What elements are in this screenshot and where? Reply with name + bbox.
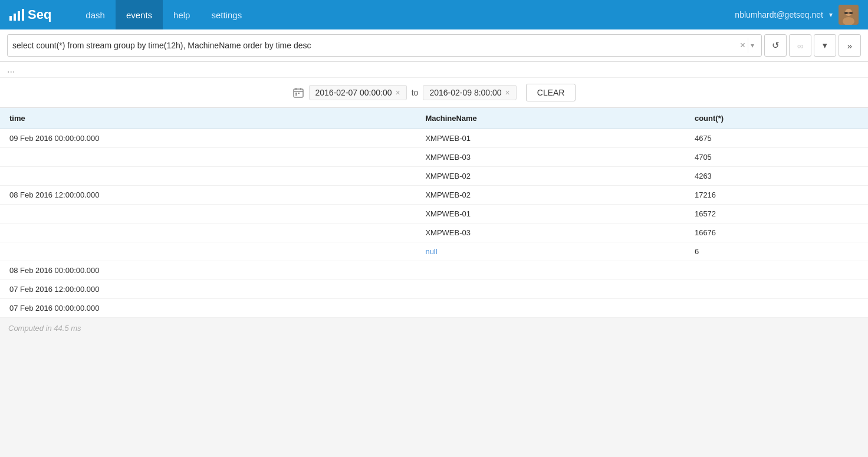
ellipsis-text: ...	[7, 64, 15, 74]
user-dropdown-icon[interactable]: ▾	[829, 11, 833, 19]
cell-count: 4263	[685, 167, 868, 186]
options-icon: ▾	[823, 40, 827, 51]
null-value: null	[425, 247, 437, 256]
cell-machinename: null	[416, 242, 685, 261]
svg-rect-4	[849, 12, 853, 14]
svg-rect-12	[295, 94, 297, 96]
refresh-button[interactable]: ↺	[764, 34, 787, 57]
date-to-pill[interactable]: 2016-02-09 8:00:00 ×	[423, 85, 516, 100]
footer-info: Computed in 44.5 ms	[0, 318, 868, 338]
date-from-clear-icon: ×	[396, 88, 400, 97]
search-dropdown-button[interactable]: ▾	[748, 38, 757, 53]
cell-time	[0, 205, 416, 223]
forward-icon: »	[847, 41, 852, 51]
search-bar: × ▾ ↺ ∞ ▾ »	[0, 29, 868, 62]
cell-machinename: XMPWEB-02	[416, 167, 685, 186]
cell-machinename: XMPWEB-01	[416, 205, 685, 223]
table-body: 09 Feb 2016 00:00:00.000XMPWEB-014675XMP…	[0, 129, 868, 318]
cell-time	[0, 167, 416, 186]
table-row: 08 Feb 2016 12:00:00.000XMPWEB-0217216	[0, 186, 868, 205]
date-to-value: 2016-02-09 8:00:00	[429, 88, 501, 97]
cell-machinename: XMPWEB-03	[416, 148, 685, 167]
nav-items: dash events help settings	[75, 0, 735, 29]
results-table: time MachineName count(*) 09 Feb 2016 00…	[0, 108, 868, 318]
table-row: XMPWEB-0316676	[0, 223, 868, 242]
col-header-count: count(*)	[685, 108, 868, 129]
cell-time: 07 Feb 2016 00:00:00.000	[0, 299, 416, 318]
date-from-value: 2016-02-07 00:00:00	[315, 88, 392, 97]
search-clear-button[interactable]: ×	[738, 40, 748, 51]
date-filter-bar: 2016-02-07 00:00:00 × to 2016-02-09 8:00…	[0, 78, 868, 108]
brand-name: Seq	[28, 7, 51, 22]
options-dropdown-button[interactable]: ▾	[814, 34, 836, 57]
clear-filter-button[interactable]: CLEAR	[526, 84, 576, 101]
cell-time: 08 Feb 2016 00:00:00.000	[0, 261, 416, 280]
clear-filter-label: CLEAR	[537, 88, 565, 97]
svg-rect-3	[844, 12, 848, 14]
cell-count: 17216	[685, 186, 868, 205]
cell-count: 4675	[685, 129, 868, 148]
dropdown-icon: ▾	[751, 41, 754, 50]
cell-count: 6	[685, 242, 868, 261]
cell-machinename	[416, 280, 685, 299]
cell-count: 4705	[685, 148, 868, 167]
cell-machinename	[416, 299, 685, 318]
infinity-icon: ∞	[797, 41, 804, 51]
table-row: XMPWEB-024263	[0, 167, 868, 186]
infinity-button[interactable]: ∞	[789, 34, 811, 57]
date-to-clear-icon: ×	[505, 88, 510, 97]
svg-rect-11	[298, 93, 300, 94]
date-to-label: to	[412, 88, 419, 97]
results-table-wrap: time MachineName count(*) 09 Feb 2016 00…	[0, 108, 868, 318]
cell-count: 16572	[685, 205, 868, 223]
cell-machinename	[416, 261, 685, 280]
table-row: 07 Feb 2016 00:00:00.000	[0, 299, 868, 318]
calendar-icon-button[interactable]	[292, 87, 304, 98]
forward-button[interactable]: »	[839, 34, 861, 57]
cell-time	[0, 223, 416, 242]
navbar: Seq dash events help settings nblumhardt…	[0, 0, 868, 29]
nav-item-dash[interactable]: dash	[75, 0, 116, 29]
brand-bars-icon	[9, 9, 24, 21]
cell-time: 08 Feb 2016 12:00:00.000	[0, 186, 416, 205]
table-row: XMPWEB-034705	[0, 148, 868, 167]
computed-text: Computed in 44.5 ms	[8, 324, 81, 333]
cell-machinename: XMPWEB-01	[416, 129, 685, 148]
nav-item-help[interactable]: help	[163, 0, 200, 29]
nav-item-settings[interactable]: settings	[200, 0, 252, 29]
user-email: nblumhardt@getseq.net	[735, 10, 823, 19]
cell-count	[685, 280, 868, 299]
date-to-clear-button[interactable]: ×	[505, 88, 510, 97]
navbar-right: nblumhardt@getseq.net ▾	[735, 5, 859, 25]
table-row: 07 Feb 2016 12:00:00.000	[0, 280, 868, 299]
cell-time	[0, 242, 416, 261]
cell-machinename: XMPWEB-03	[416, 223, 685, 242]
table-header: time MachineName count(*)	[0, 108, 868, 129]
nav-item-events[interactable]: events	[116, 0, 163, 29]
col-header-time: time	[0, 108, 416, 129]
search-input[interactable]	[12, 41, 738, 50]
table-row: 08 Feb 2016 00:00:00.000	[0, 261, 868, 280]
cell-count	[685, 299, 868, 318]
cell-count: 16676	[685, 223, 868, 242]
svg-rect-10	[295, 93, 297, 94]
calendar-icon	[292, 87, 304, 98]
user-avatar[interactable]	[839, 5, 859, 25]
col-header-machinename: MachineName	[416, 108, 685, 129]
brand-logo[interactable]: Seq	[9, 7, 51, 22]
search-input-wrap: × ▾	[7, 34, 762, 57]
cell-time	[0, 148, 416, 167]
ellipsis-row: ...	[0, 62, 868, 78]
cell-count	[685, 261, 868, 280]
cell-time: 09 Feb 2016 00:00:00.000	[0, 129, 416, 148]
clear-icon: ×	[740, 40, 745, 51]
table-row: 09 Feb 2016 00:00:00.000XMPWEB-014675	[0, 129, 868, 148]
refresh-icon: ↺	[772, 40, 780, 51]
date-from-clear-button[interactable]: ×	[396, 88, 400, 97]
table-row: XMPWEB-0116572	[0, 205, 868, 223]
date-from-pill[interactable]: 2016-02-07 00:00:00 ×	[309, 85, 407, 100]
table-row: null6	[0, 242, 868, 261]
cell-time: 07 Feb 2016 12:00:00.000	[0, 280, 416, 299]
cell-machinename: XMPWEB-02	[416, 186, 685, 205]
